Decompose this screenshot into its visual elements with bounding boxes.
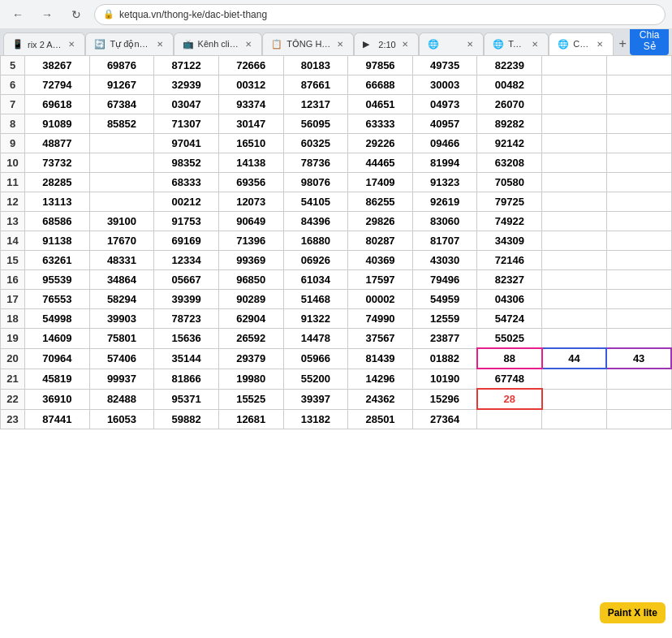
- table-cell: 59882: [154, 409, 219, 429]
- table-cell: 56095: [283, 114, 348, 134]
- table-cell: 54105: [283, 192, 348, 212]
- tab-close-button[interactable]: ✕: [67, 39, 76, 50]
- table-cell: 00212: [154, 192, 219, 212]
- table-cell: [606, 290, 671, 309]
- table-cell: 38267: [25, 56, 90, 75]
- table-cell: 30147: [218, 114, 283, 134]
- tab-close-button[interactable]: ✕: [155, 39, 165, 50]
- table-cell: 71396: [218, 231, 283, 251]
- table-cell: 69356: [218, 173, 283, 192]
- table-cell: [606, 409, 671, 429]
- highlight-cell-blue: 44: [542, 348, 607, 369]
- table-cell: 04306: [477, 290, 542, 309]
- table-cell: 05966: [283, 348, 348, 369]
- address-bar[interactable]: 🔒 ketqua.vn/thong-ke/dac-biet-thang: [94, 4, 666, 25]
- forward-button[interactable]: →: [36, 3, 58, 26]
- chia-se-button[interactable]: Chia Sẻ: [630, 29, 669, 55]
- table-cell: [542, 369, 607, 389]
- table-cell: 12334: [154, 251, 219, 270]
- browser-tab-tab4[interactable]: 📋 TỔNG HỢP - tất tả... ✕: [262, 32, 354, 55]
- table-cell: 78723: [154, 309, 219, 329]
- table-cell: [542, 192, 607, 212]
- table-cell: 55025: [477, 329, 542, 349]
- table-cell: 51468: [283, 290, 348, 309]
- browser-tab-tab2[interactable]: 🔄 Tự động nạp khởi... ✕: [85, 32, 173, 55]
- table-cell: [89, 173, 154, 192]
- tab-favicon: 📋: [271, 39, 282, 50]
- browser-tab-tab5[interactable]: ▶ 2:10 ✕: [354, 32, 419, 55]
- table-cell: 63333: [348, 114, 413, 134]
- table-cell: 63261: [25, 251, 90, 270]
- table-cell: 17409: [348, 173, 413, 192]
- browser-tab-tab3[interactable]: 📺 Kênh clip giải trí, c... ✕: [174, 32, 263, 55]
- table-cell: [606, 231, 671, 251]
- table-cell: 80287: [348, 231, 413, 251]
- new-tab-button[interactable]: +: [615, 32, 630, 55]
- table-cell: 60325: [283, 134, 348, 153]
- table-cell: 84396: [283, 212, 348, 231]
- tab-close-button[interactable]: ✕: [530, 39, 540, 50]
- table-cell: [542, 251, 607, 270]
- tab-close-button[interactable]: ✕: [335, 39, 345, 50]
- table-cell: 26592: [218, 329, 283, 349]
- tab-close-button[interactable]: ✕: [243, 39, 253, 50]
- table-cell: 92142: [477, 134, 542, 153]
- table-cell: 54998: [25, 309, 90, 329]
- tab-close-button[interactable]: ✕: [465, 39, 475, 50]
- table-cell: 70964: [25, 348, 90, 369]
- row-number: 17: [1, 290, 25, 309]
- table-cell: [606, 173, 671, 192]
- row-number: 21: [1, 369, 25, 389]
- table-row: 5382676987687122726668018397856497358223…: [1, 56, 672, 75]
- row-number: 18: [1, 309, 25, 329]
- browser-tab-tab6[interactable]: 🌐 ✕: [419, 32, 484, 55]
- table-cell: 05667: [154, 270, 219, 290]
- table-cell: 48331: [89, 251, 154, 270]
- table-cell: [606, 95, 671, 114]
- table-cell: 69618: [25, 95, 90, 114]
- table-cell: 85852: [89, 114, 154, 134]
- table-cell: [542, 290, 607, 309]
- table-cell: 91089: [25, 114, 90, 134]
- tab-close-button[interactable]: ✕: [400, 39, 410, 50]
- table-cell: 55200: [283, 369, 348, 389]
- table-cell: 89282: [477, 114, 542, 134]
- table-cell: 17597: [348, 270, 413, 290]
- table-cell: 32939: [154, 75, 219, 95]
- table-cell: 15296: [412, 389, 477, 409]
- table-cell: 63208: [477, 153, 542, 173]
- table-cell: 39397: [283, 389, 348, 409]
- row-number: 9: [1, 134, 25, 153]
- row-number: 6: [1, 75, 25, 95]
- table-cell: 57406: [89, 348, 154, 369]
- table-cell: 83060: [412, 212, 477, 231]
- table-cell: 13182: [283, 409, 348, 429]
- browser-tab-tab1[interactable]: 📱 rix 2 Android De... ✕: [3, 32, 85, 55]
- row-number: 12: [1, 192, 25, 212]
- table-cell: 96850: [218, 270, 283, 290]
- row-number: 20: [1, 348, 25, 369]
- table-row: 2387441160535988212681131822850127364: [1, 409, 672, 429]
- tab-close-button[interactable]: ✕: [595, 39, 605, 50]
- refresh-button[interactable]: ↻: [65, 3, 88, 26]
- table-cell: 98352: [154, 153, 219, 173]
- table-cell: 61034: [283, 270, 348, 290]
- browser-tab-tab7[interactable]: 🌐 Tab mới ✕: [484, 32, 549, 55]
- table-cell: 17670: [89, 231, 154, 251]
- table-cell: 79725: [477, 192, 542, 212]
- table-cell: 75801: [89, 329, 154, 349]
- table-cell: 97041: [154, 134, 219, 153]
- table-cell: 90649: [218, 212, 283, 231]
- table-cell: [542, 173, 607, 192]
- table-cell: [542, 95, 607, 114]
- browser-tab-tab8[interactable]: 🌐 Chia Sẻ ✕: [549, 32, 614, 55]
- back-button[interactable]: ←: [6, 3, 29, 26]
- table-cell: 68333: [154, 173, 219, 192]
- table-cell: 72666: [218, 56, 283, 75]
- table-cell: 14478: [283, 329, 348, 349]
- table-cell: 79496: [412, 270, 477, 290]
- table-cell: 76553: [25, 290, 90, 309]
- tab-favicon: 🌐: [428, 39, 439, 50]
- table-cell: 26070: [477, 95, 542, 114]
- row-number: 11: [1, 173, 25, 192]
